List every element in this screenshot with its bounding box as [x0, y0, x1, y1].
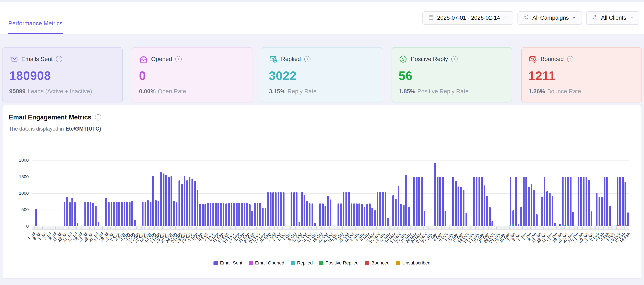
x-axis-tick — [214, 226, 215, 229]
bar-email-sent — [142, 202, 144, 226]
bar-email-sent — [207, 203, 209, 226]
bar-email-sent — [296, 192, 298, 226]
x-axis-tick — [577, 226, 578, 229]
x-axis-tick — [264, 226, 264, 229]
x-axis-tick — [355, 226, 356, 229]
legend-item[interactable]: Email Sent — [214, 260, 242, 266]
chart-title: Email Engagement Metrics — [9, 114, 92, 121]
date-range-picker[interactable]: 2025-07-01 - 2026-02-14 — [422, 11, 513, 25]
y-axis-tick-label: 500 — [21, 207, 29, 212]
x-axis-tick — [142, 226, 142, 229]
bar-email-sent — [298, 222, 300, 226]
x-axis-tick — [212, 226, 212, 229]
x-axis-tick — [528, 226, 528, 229]
bar-email-sent — [197, 190, 198, 226]
x-axis-tick — [394, 226, 395, 229]
x-axis-tick — [79, 226, 79, 229]
info-icon[interactable]: i — [56, 56, 62, 62]
x-axis-tick — [488, 226, 489, 229]
info-icon[interactable]: i — [175, 56, 182, 62]
x-axis-tick — [186, 226, 186, 229]
x-axis-tick — [413, 226, 413, 229]
x-axis-tick — [160, 226, 160, 229]
bar-email-sent — [181, 184, 183, 226]
x-axis-tick — [42, 226, 43, 229]
x-axis-tick — [353, 226, 353, 229]
legend-item[interactable]: Replied — [290, 260, 313, 266]
bar-email-sent — [95, 206, 96, 226]
bar-email-sent — [601, 197, 603, 226]
bar-email-sent — [460, 187, 462, 226]
bar-email-sent — [400, 204, 402, 226]
x-axis-tick — [280, 226, 280, 229]
clients-filter-dropdown[interactable]: All Clients — [586, 11, 640, 25]
x-axis-tick — [40, 226, 40, 229]
x-axis-tick — [348, 226, 348, 229]
bar-email-sent — [312, 204, 313, 226]
x-axis-tick — [82, 226, 82, 229]
x-axis-tick — [259, 226, 259, 229]
x-axis-tick — [55, 226, 56, 229]
campaigns-filter-dropdown[interactable]: All Campaigns — [518, 11, 582, 25]
calendar-icon — [428, 14, 434, 22]
x-axis-tick — [475, 226, 476, 229]
x-axis-tick — [225, 226, 226, 229]
legend-item[interactable]: Email Opened — [249, 260, 284, 266]
x-axis-tick — [473, 226, 473, 229]
bar-email-sent — [434, 163, 436, 226]
info-icon[interactable]: i — [451, 56, 458, 62]
x-axis-tick — [256, 226, 257, 229]
x-axis-tick — [290, 226, 290, 229]
bar-email-sent — [598, 197, 600, 226]
bar-email-sent — [358, 204, 360, 226]
bar-email-sent — [416, 177, 418, 226]
chevron-down-icon — [503, 15, 508, 21]
bar-email-sent — [176, 202, 178, 226]
x-axis-tick — [514, 226, 515, 229]
x-axis-tick — [123, 226, 124, 229]
bar-email-sent — [520, 207, 522, 226]
bar-email-sent — [252, 210, 253, 226]
bar-email-sent — [319, 204, 321, 226]
bar-email-sent — [322, 204, 324, 226]
legend-item[interactable]: Positive Replied — [319, 260, 359, 266]
bar-email-sent — [588, 180, 590, 226]
bar-email-sent — [87, 202, 89, 226]
bar-email-sent — [356, 204, 358, 226]
card-label: Replied — [281, 56, 301, 62]
x-axis-tick — [206, 226, 207, 229]
person-icon — [592, 14, 598, 22]
y-axis-tick-label: 0 — [26, 224, 29, 229]
card-label: Emails Sent — [21, 56, 52, 62]
bar-email-sent — [387, 218, 389, 226]
x-axis-tick — [128, 226, 129, 229]
bar-email-sent — [226, 204, 227, 226]
info-icon[interactable]: i — [95, 114, 101, 120]
x-axis-tick — [405, 226, 406, 229]
bar-email-sent — [304, 195, 305, 226]
bar-email-sent — [413, 177, 415, 226]
info-icon[interactable]: i — [567, 56, 574, 62]
legend-item[interactable]: Unsubscribed — [396, 260, 430, 266]
bar-email-sent — [262, 208, 264, 226]
x-axis-tick — [525, 226, 526, 229]
bar-email-sent — [392, 195, 394, 226]
bar-email-sent — [246, 203, 248, 226]
bar-email-sent — [233, 203, 235, 226]
x-axis-tick — [222, 226, 223, 229]
bar-email-sent — [35, 209, 37, 226]
bar-email-sent — [481, 177, 483, 226]
legend-item[interactable]: Bounced — [365, 260, 390, 266]
tab-performance-metrics[interactable]: Performance Metrics — [8, 20, 63, 34]
bar-email-sent — [121, 202, 123, 226]
x-axis-tick — [147, 226, 147, 229]
x-axis-tick — [585, 226, 585, 229]
info-icon[interactable]: i — [304, 56, 310, 62]
x-axis-tick — [110, 226, 110, 229]
x-axis-tick — [170, 226, 170, 229]
x-axis-tick — [499, 226, 499, 229]
x-axis-labels: 1 Jul3 Jul5 Jul7 Jul9 Jul11 Jul13 Jul15 … — [32, 230, 629, 261]
bar-email-sent — [492, 221, 493, 226]
legend-label: Email Opened — [255, 260, 284, 266]
x-axis-tick — [136, 226, 136, 229]
